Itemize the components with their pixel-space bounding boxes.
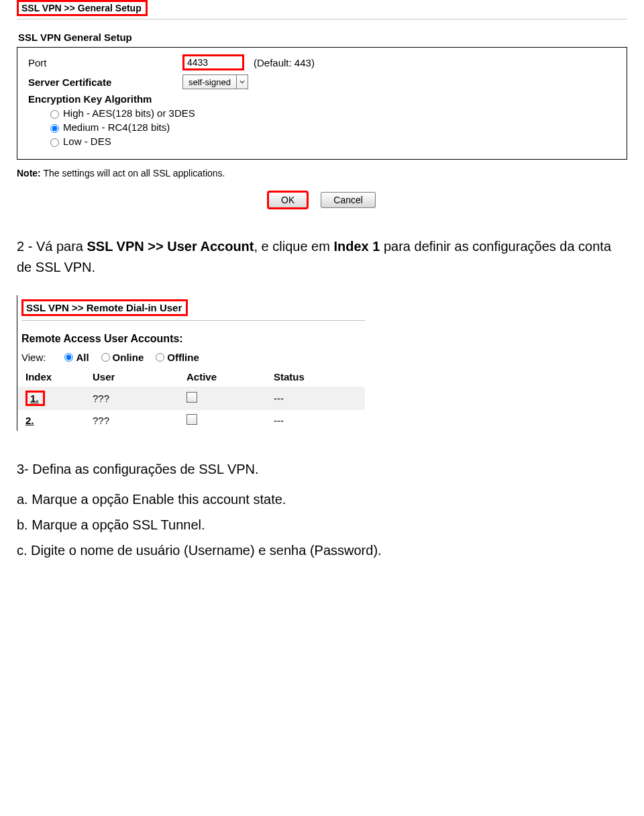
encryption-label: Encryption Key Algorithm bbox=[28, 93, 616, 105]
enc-low-label: Low - DES bbox=[63, 136, 111, 147]
port-label: Port bbox=[28, 57, 182, 68]
col-active: Active bbox=[186, 371, 274, 382]
view-all-radio[interactable] bbox=[64, 353, 73, 362]
view-all-label: All bbox=[76, 352, 89, 363]
note: Note: The settings will act on all SSL a… bbox=[17, 168, 627, 178]
view-offline-radio[interactable] bbox=[156, 353, 164, 362]
config-box: Port 4433 (Default: 443) Server Certific… bbox=[17, 47, 627, 160]
enc-medium-radio[interactable] bbox=[50, 124, 59, 133]
divider bbox=[21, 320, 365, 321]
step-3-title: 3- Defina as configurações de SSL VPN. bbox=[17, 459, 627, 480]
ok-button[interactable]: OK bbox=[268, 192, 307, 208]
chevron-down-icon bbox=[236, 75, 248, 89]
table-header: Index User Active Status bbox=[17, 367, 365, 387]
active-checkbox[interactable] bbox=[186, 414, 197, 425]
step-2-text: 2 - Vá para SSL VPN >> User Account, e c… bbox=[17, 236, 627, 278]
view-offline-label: Offline bbox=[167, 352, 199, 363]
index-1-link[interactable]: 1. bbox=[30, 393, 39, 404]
enc-high-label: High - AES(128 bits) or 3DES bbox=[63, 107, 195, 119]
remote-access-title: Remote Access User Accounts: bbox=[21, 333, 365, 345]
index-2-link[interactable]: 2. bbox=[25, 415, 34, 426]
cancel-button[interactable]: Cancel bbox=[321, 192, 376, 208]
col-user: User bbox=[93, 371, 186, 382]
remote-dialin-screenshot: SSL VPN >> Remote Dial-in User Remote Ac… bbox=[17, 295, 365, 431]
user-cell: ??? bbox=[93, 393, 186, 404]
view-online-radio[interactable] bbox=[101, 353, 110, 362]
enc-low-radio[interactable] bbox=[50, 138, 59, 147]
server-cert-value: self-signed bbox=[183, 77, 236, 87]
divider bbox=[17, 19, 627, 19]
view-online-label: Online bbox=[113, 352, 144, 363]
step-3-sublist: a. Marque a opção Enable this account st… bbox=[17, 487, 627, 563]
port-input[interactable]: 4433 bbox=[182, 54, 244, 70]
col-index: Index bbox=[25, 371, 93, 382]
active-checkbox[interactable] bbox=[186, 392, 197, 403]
enc-high-radio[interactable] bbox=[50, 110, 59, 119]
breadcrumb-remote-dialin: SSL VPN >> Remote Dial-in User bbox=[21, 299, 188, 316]
breadcrumb-general-setup: SSL VPN >> General Setup bbox=[17, 0, 148, 16]
status-cell: --- bbox=[274, 415, 361, 426]
table-row: 2. ??? --- bbox=[17, 410, 365, 431]
status-cell: --- bbox=[274, 393, 361, 404]
table-row: 1. ??? --- bbox=[17, 387, 365, 410]
enc-medium-label: Medium - RC4(128 bits) bbox=[63, 121, 170, 133]
col-status: Status bbox=[274, 371, 361, 382]
section-title: SSL VPN General Setup bbox=[17, 32, 627, 43]
view-label: View: bbox=[21, 352, 46, 363]
user-cell: ??? bbox=[93, 415, 186, 426]
server-cert-select[interactable]: self-signed bbox=[182, 74, 248, 89]
port-default: (Default: 443) bbox=[254, 57, 315, 68]
server-cert-label: Server Certificate bbox=[28, 76, 182, 88]
